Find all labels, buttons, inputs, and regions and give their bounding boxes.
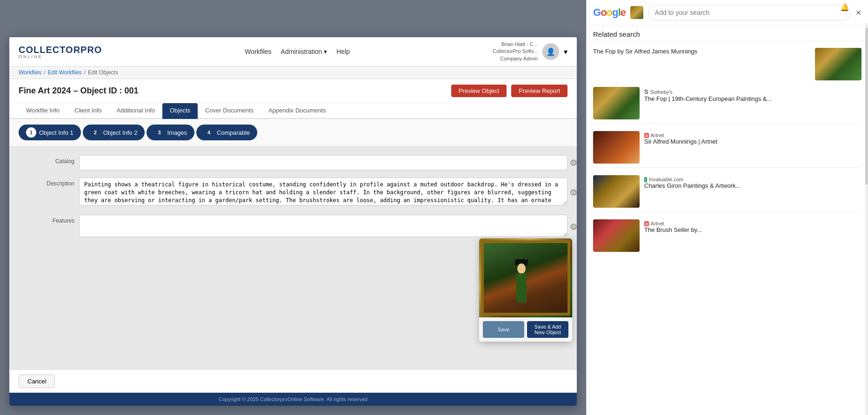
bottom-bar: Cancel [9, 369, 577, 393]
breadcrumb-workfiles[interactable]: Workfiles [19, 69, 41, 76]
catalog-label: Catalog [19, 155, 74, 165]
related-items: The Fop by Sir Alfred James Munnings S S… [587, 41, 868, 259]
notification-area: 🔔 [840, 3, 849, 12]
breadcrumb-sep2: / [84, 69, 86, 76]
sidebar-close-button[interactable]: ✕ [855, 8, 861, 17]
tab-additional-info[interactable]: Additional Info [109, 103, 162, 119]
breadcrumb-current: Edit Objects [88, 69, 118, 76]
tab-objects[interactable]: Objects [162, 103, 198, 119]
artnet-info-1: a Artnet Sir Alfred Munnings | Artnet [644, 131, 861, 164]
form-row-features: Features ⟳ [19, 215, 568, 239]
catalog-input[interactable] [79, 155, 568, 170]
logo-sub: ONLINE [19, 54, 102, 59]
breadcrumb-edit-workfiles[interactable]: Edit Workfiles [47, 69, 81, 76]
artnet-a-icon-2: a [644, 221, 649, 226]
logo-area: COLLECTORPRO ONLINE [19, 45, 102, 59]
nav-administration[interactable]: Administration ▾ [281, 48, 327, 55]
figure-body [516, 273, 527, 303]
artnet-label-2: Artnet [651, 221, 664, 226]
google-search-image-thumbnail [630, 6, 643, 19]
invaluable-entry[interactable]: i Invaluable.com Charles Giron Paintings… [593, 171, 861, 212]
artnet-a-icon: a [644, 133, 649, 138]
save-add-new-object-button[interactable]: Save & Add New Object [527, 321, 568, 338]
google-logo: Google [593, 7, 626, 19]
sidebar-scrollbar[interactable] [865, 23, 868, 415]
user-role1: CollectorPro Softv... [493, 48, 538, 55]
sub-tab-label-1: Object Info 1 [39, 129, 73, 136]
sub-tab-num-4: 4 [204, 127, 214, 138]
save-popup: Save Save & Add New Object [479, 238, 572, 342]
form-row-description: Description Painting shows a theatrical … [19, 178, 568, 207]
main-tabs: Workfile Info Client Info Additional Inf… [9, 103, 577, 119]
sothebys-grid: S Sotheby's The Fop | 19th-Century Europ… [593, 87, 861, 119]
page-title-bar: Fine Art 2024 – Object ID : 001 Preview … [9, 79, 577, 103]
g-letter-1: G [593, 7, 601, 18]
g-letter-6: e [621, 7, 626, 18]
features-textarea[interactable] [79, 215, 568, 237]
save-button[interactable]: Save [483, 321, 524, 338]
related-item-1-image [815, 48, 861, 80]
sub-tab-object-info-2[interactable]: 2 Object Info 2 [83, 125, 145, 140]
form-section: Catalog ⟳ Description Painting shows a t… [19, 155, 568, 239]
page-title: Fine Art 2024 – Object ID : 001 [19, 86, 138, 96]
cancel-button[interactable]: Cancel [19, 375, 55, 388]
popup-painting-image [479, 238, 572, 317]
logo-text: COLLECTORPRO [19, 45, 102, 55]
user-role2: Company Admin [493, 55, 538, 62]
description-scroll-indicator: ⟳ [570, 189, 577, 196]
avatar[interactable]: 👤 [542, 43, 559, 60]
description-textarea[interactable]: Painting shows a theatrical figure in hi… [79, 178, 568, 205]
invaluable-label: Invaluable.com [649, 177, 683, 182]
related-item-1-title: The Fop by Sir Alfred James Munnings [593, 48, 810, 55]
painting-inner [484, 243, 568, 313]
sothebys-image [593, 87, 640, 119]
breadcrumb: Workfiles / Edit Workfiles / Edit Object… [9, 66, 577, 79]
user-info: Brian Hiatt - C... CollectorPro Softv...… [493, 41, 538, 62]
artnet-entry-2[interactable]: a Artnet The Brush Seller by... [593, 216, 861, 256]
user-dropdown-icon[interactable]: ▾ [564, 47, 568, 56]
artnet-entry-1[interactable]: a Artnet Sir Alfred Munnings | Artnet [593, 127, 861, 168]
sothebys-info: S Sotheby's The Fop | 19th-Century Europ… [644, 87, 861, 119]
sothebys-badge: S Sotheby's [644, 88, 861, 95]
sothebys-title: The Fop | 19th-Century European Painting… [644, 95, 861, 102]
preview-report-button[interactable]: Preview Report [511, 85, 568, 97]
sub-tab-comparable[interactable]: 4 Comparable [196, 125, 257, 140]
g-letter-2: o [601, 7, 606, 18]
google-search-input[interactable] [648, 5, 851, 20]
sub-tab-num-2: 2 [90, 127, 100, 138]
catalog-input-wrap: ⟳ [79, 155, 568, 170]
invaluable-title: Charles Giron Paintings & Artwork... [644, 182, 861, 189]
tab-appendix-documents[interactable]: Appendix Documents [261, 103, 334, 119]
artnet-info-2: a Artnet The Brush Seller by... [644, 219, 861, 252]
preview-object-button[interactable]: Preview Object [451, 85, 507, 97]
related-item-1[interactable]: The Fop by Sir Alfred James Munnings [593, 45, 861, 83]
sidebar-scrollbar-thumb[interactable] [865, 28, 868, 184]
tab-client-info[interactable]: Client Info [67, 103, 109, 119]
app-header: COLLECTORPRO ONLINE Workfiles Administra… [9, 37, 577, 66]
app-window: COLLECTORPRO ONLINE Workfiles Administra… [9, 37, 577, 406]
features-input-wrap: ⟳ [79, 215, 568, 239]
title-buttons: Preview Object Preview Report [451, 85, 568, 97]
g-letter-4: g [612, 7, 618, 18]
invaluable-i-icon: i [644, 177, 647, 182]
invaluable-image [593, 175, 640, 208]
sub-tab-object-info-1[interactable]: 1 Object Info 1 [19, 125, 81, 140]
artnet-image-1 [593, 131, 640, 164]
sub-tab-label-4: Comparable [217, 129, 250, 136]
nav-help[interactable]: Help [336, 48, 350, 55]
nav-workfiles[interactable]: Workfiles [245, 48, 271, 55]
related-section-header: Related search [587, 26, 868, 41]
sothebys-entry[interactable]: S Sotheby's The Fop | 19th-Century Europ… [593, 87, 861, 124]
tab-workfile-info[interactable]: Workfile Info [19, 103, 67, 119]
invaluable-badge: i Invaluable.com [644, 177, 861, 182]
breadcrumb-sep1: / [44, 69, 45, 76]
sub-tab-images[interactable]: 3 Images [147, 125, 194, 140]
sub-tab-label-2: Object Info 2 [103, 129, 138, 136]
sidebar-scroll-area: Related search The Fop by Sir Alfred Jam… [587, 26, 868, 415]
artnet-grid-2: a Artnet The Brush Seller by... [593, 219, 861, 252]
artnet-title-2: The Brush Seller by... [644, 226, 861, 233]
tab-cover-documents[interactable]: Cover Documents [198, 103, 261, 119]
artnet-badge-1: a Artnet [644, 132, 861, 138]
user-name: Brian Hiatt - C... [493, 41, 538, 48]
sub-tabs: 1 Object Info 1 2 Object Info 2 3 Images… [9, 119, 577, 146]
